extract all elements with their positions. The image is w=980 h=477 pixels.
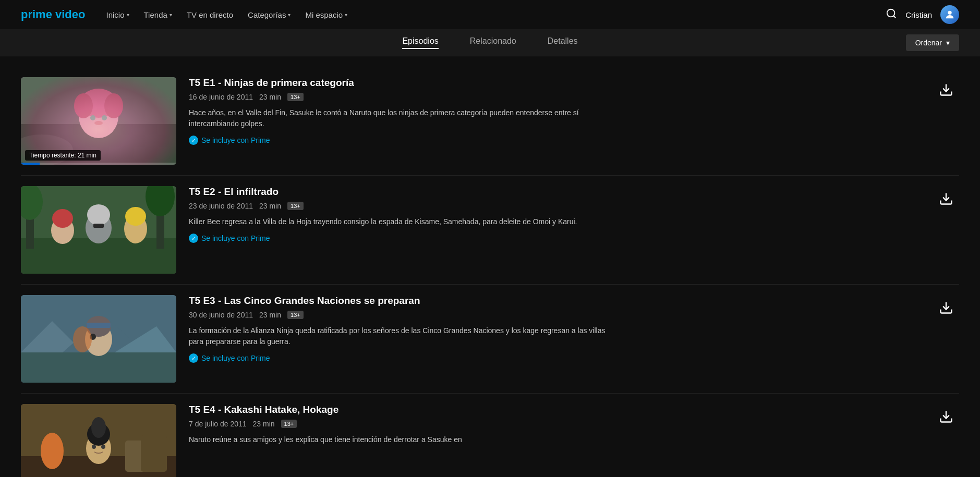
svg-point-10	[104, 93, 123, 118]
chevron-down-icon: ▾	[170, 12, 172, 18]
tab-episodios[interactable]: Episodios	[402, 36, 438, 49]
episode-description-t5e2: Killer Bee regresa a la Villa de la Hoja…	[189, 216, 616, 227]
svg-point-12	[102, 115, 107, 120]
episode-info-t5e3: T5 E3 - Las Cinco Grandes Naciones se pr…	[176, 295, 933, 363]
episode-info-t5e1: T5 E1 - Ninjas de primera categoría 16 d…	[176, 77, 933, 145]
svg-rect-36	[87, 323, 111, 328]
age-badge-t5e2: 13+	[287, 202, 304, 210]
episode-description-t5e3: La formación de la Alianza Ninja queda r…	[189, 325, 616, 347]
svg-point-9	[74, 93, 93, 118]
prime-badge-t5e1: ✓ Se incluye con Prime	[189, 136, 921, 145]
svg-point-6	[115, 142, 176, 165]
episode-meta-t5e3: 30 de junio de 2011 23 min 13+	[189, 311, 921, 319]
episode-title-t5e4: T5 E4 - Kakashi Hatake, Hokage	[189, 404, 921, 415]
svg-point-11	[90, 115, 95, 120]
svg-point-26	[125, 207, 146, 226]
episode-duration-t5e3: 23 min	[259, 311, 281, 319]
episode-duration-t5e2: 23 min	[259, 202, 281, 210]
episode-item: T5 E3 - Las Cinco Grandes Naciones se pr…	[21, 285, 959, 394]
nav: Inicio ▾ Tienda ▾ TV en directo Categorí…	[106, 10, 886, 19]
episode-meta-t5e4: 7 de julio de 2011 23 min 13+	[189, 420, 921, 428]
logo[interactable]: prime video	[21, 8, 85, 21]
tab-relacionado[interactable]: Relacionado	[470, 36, 516, 49]
search-icon[interactable]	[886, 8, 897, 22]
svg-point-44	[41, 433, 64, 469]
episode-title-t5e2: T5 E2 - El infiltrado	[189, 186, 921, 198]
episode-meta-t5e1: 16 de junio de 2011 23 min 13+	[189, 93, 921, 101]
chevron-down-icon: ▾	[127, 12, 129, 18]
episode-thumbnail-t5e4[interactable]	[21, 404, 176, 477]
svg-point-0	[887, 9, 895, 17]
prime-check-icon-t5e3: ✓	[189, 353, 198, 363]
nav-categorias[interactable]: Categorías ▾	[248, 10, 291, 19]
username: Cristian	[905, 10, 932, 19]
header: prime video Inicio ▾ Tienda ▾ TV en dire…	[0, 0, 980, 29]
svg-point-48	[92, 445, 96, 449]
svg-point-8	[80, 89, 117, 118]
age-badge-t5e3: 13+	[287, 311, 304, 319]
tabs-bar: Episodios Relacionado Detalles Ordenar ▾	[0, 29, 980, 56]
episode-description-t5e4: Naruto reúne a sus amigos y les explica …	[189, 434, 616, 445]
nav-tienda[interactable]: Tienda ▾	[144, 10, 172, 19]
episode-duration-t5e1: 23 min	[259, 93, 281, 101]
episode-duration-t5e4: 23 min	[253, 420, 275, 428]
episode-meta-t5e2: 23 de junio de 2011 23 min 13+	[189, 202, 921, 210]
episode-thumbnail-t5e3[interactable]	[21, 295, 176, 383]
svg-rect-27	[93, 224, 104, 228]
download-button-t5e2[interactable]	[933, 186, 959, 206]
order-button[interactable]: Ordenar ▾	[906, 34, 959, 51]
main-content: Tiempo restante: 21 min T5 E1 - Ninjas d…	[0, 56, 980, 477]
episode-description-t5e1: Hace años, en el Valle del Fin, Sasuke l…	[189, 107, 616, 129]
prime-badge-t5e3: ✓ Se incluye con Prime	[189, 353, 921, 363]
time-remaining-t5e1: Tiempo restante: 21 min	[25, 150, 101, 161]
svg-point-13	[94, 121, 103, 125]
progress-bar-t5e1	[21, 163, 176, 165]
episode-date-t5e2: 23 de junio de 2011	[189, 202, 253, 210]
tabs: Episodios Relacionado Detalles	[402, 36, 577, 49]
age-badge-t5e1: 13+	[287, 93, 304, 101]
avatar[interactable]	[940, 5, 959, 24]
svg-point-47	[91, 417, 106, 438]
svg-point-24	[87, 204, 110, 225]
nav-inicio[interactable]: Inicio ▾	[106, 10, 129, 19]
svg-rect-30	[21, 352, 176, 383]
episode-thumbnail-t5e1[interactable]: Tiempo restante: 21 min	[21, 77, 176, 165]
chevron-down-icon: ▾	[946, 39, 950, 47]
episode-title-t5e3: T5 E3 - Las Cinco Grandes Naciones se pr…	[189, 295, 921, 307]
chevron-down-icon: ▾	[288, 12, 291, 18]
episode-date-t5e3: 30 de junio de 2011	[189, 311, 253, 319]
svg-point-22	[52, 209, 73, 228]
prime-badge-t5e2: ✓ Se incluye con Prime	[189, 234, 921, 243]
prime-check-icon-t5e1: ✓	[189, 136, 198, 145]
chevron-down-icon: ▾	[345, 12, 347, 18]
episode-item: T5 E2 - El infiltrado 23 de junio de 201…	[21, 176, 959, 285]
download-button-t5e3[interactable]	[933, 295, 959, 315]
prime-check-icon-t5e2: ✓	[189, 234, 198, 243]
svg-point-7	[79, 94, 118, 138]
progress-fill-t5e1	[21, 163, 40, 165]
episode-title-t5e1: T5 E1 - Ninjas de primera categoría	[189, 77, 921, 89]
episode-item: T5 E4 - Kakashi Hatake, Hokage 7 de juli…	[21, 394, 959, 477]
nav-tv-directo[interactable]: TV en directo	[187, 10, 233, 19]
episode-info-t5e2: T5 E2 - El infiltrado 23 de junio de 201…	[176, 186, 933, 243]
episode-thumbnail-t5e2[interactable]	[21, 186, 176, 274]
episode-info-t5e4: T5 E4 - Kakashi Hatake, Hokage 7 de juli…	[176, 404, 933, 451]
svg-point-2	[948, 11, 951, 15]
svg-point-49	[101, 445, 105, 449]
episode-item: Tiempo restante: 21 min T5 E1 - Ninjas d…	[21, 67, 959, 176]
svg-point-38	[73, 326, 92, 352]
episode-date-t5e4: 7 de julio de 2011	[189, 420, 247, 428]
svg-line-1	[893, 16, 896, 18]
download-button-t5e1[interactable]	[933, 77, 959, 97]
download-button-t5e4[interactable]	[933, 404, 959, 424]
header-right: Cristian	[886, 5, 959, 24]
episode-date-t5e1: 16 de junio de 2011	[189, 93, 253, 101]
svg-rect-43	[141, 435, 167, 472]
nav-mi-espacio[interactable]: Mi espacio ▾	[305, 10, 347, 19]
age-badge-t5e4: 13+	[281, 420, 297, 428]
tab-detalles[interactable]: Detalles	[548, 36, 578, 49]
svg-rect-16	[21, 238, 176, 274]
